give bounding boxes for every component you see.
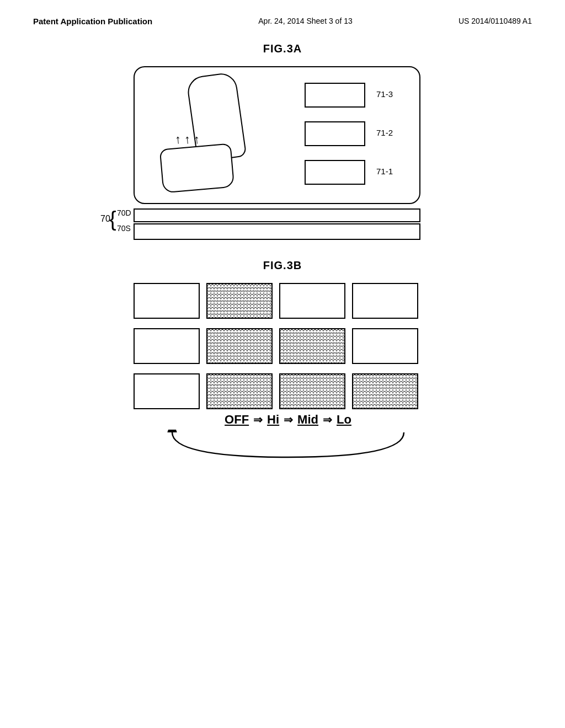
arrow-1: ↑	[174, 132, 182, 147]
cycle-labels-row: OFF ⇒ Hi ⇒ Mid ⇒ Lo	[122, 413, 454, 427]
indicator-grid	[134, 283, 418, 412]
label-70s: 70S	[117, 224, 131, 233]
cell-r2c4	[352, 328, 418, 364]
cell-r2c3	[279, 328, 345, 364]
label-71-3: 71-3	[376, 89, 393, 99]
page-header: Patent Application Publication Apr. 24, …	[0, 0, 565, 31]
drain-strip	[134, 208, 420, 222]
fig3b-title: FIG.3B	[0, 259, 565, 272]
return-arrow-svg	[150, 430, 426, 463]
header-center: Apr. 24, 2014 Sheet 3 of 13	[258, 17, 352, 25]
label-71-1: 71-1	[376, 167, 393, 176]
fig3a-title: FIG.3A	[0, 42, 565, 55]
button-71-1[interactable]	[305, 160, 365, 185]
cell-r1c3	[279, 283, 345, 319]
cell-r3c3	[279, 373, 345, 409]
arrow-3: ↑	[193, 132, 200, 147]
fig3a-diagram: ↑ ↑ ↑ 71-3 71-2 71-1 { 70 70D 70S	[89, 61, 476, 248]
cycle-diagram: OFF ⇒ Hi ⇒ Mid ⇒ Lo	[122, 413, 454, 473]
label-70d: 70D	[117, 208, 131, 217]
label-70: 70	[100, 214, 110, 224]
header-right: US 2014/0110489 A1	[459, 17, 532, 25]
arrow-hi-mid: ⇒	[284, 413, 293, 426]
fig3b-diagram: OFF ⇒ Hi ⇒ Mid ⇒ Lo	[89, 277, 476, 476]
airflow-arrows: ↑ ↑ ↑	[175, 132, 200, 147]
arrow-mid-lo: ⇒	[323, 413, 332, 426]
label-71-2: 71-2	[376, 128, 393, 137]
arrow-2: ↑	[184, 132, 191, 147]
cell-r3c1	[134, 373, 200, 409]
cycle-hi: Hi	[267, 413, 279, 427]
button-71-2[interactable]	[305, 121, 365, 146]
button-71-3[interactable]	[305, 83, 365, 108]
header-left: Patent Application Publication	[33, 17, 152, 26]
cycle-mid: Mid	[297, 413, 318, 427]
cell-r2c2	[206, 328, 273, 364]
cell-r3c2	[206, 373, 273, 409]
cell-r2c1	[134, 328, 200, 364]
seat-cushion	[159, 143, 234, 193]
cycle-lo: Lo	[337, 413, 351, 427]
cell-r3c4	[352, 373, 418, 409]
cycle-off: OFF	[225, 413, 249, 427]
cell-r1c4	[352, 283, 418, 319]
cell-r1c1	[134, 283, 200, 319]
arrow-off-hi: ⇒	[253, 413, 263, 426]
source-strip	[134, 223, 420, 240]
cell-r1c2	[206, 283, 273, 319]
